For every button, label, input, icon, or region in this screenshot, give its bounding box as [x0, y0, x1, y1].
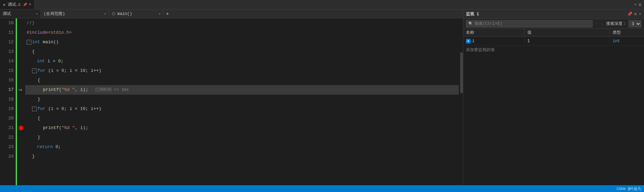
watch-var-value-i: 1 [527, 39, 530, 44]
settings-icon[interactable]: ⚙ [639, 2, 641, 7]
code-line-10: //} [25, 18, 459, 28]
search-icon: 🔍 [468, 21, 473, 26]
author-label: CSDN @叶超凡 [616, 187, 641, 191]
scope-chevron-icon: ▾ [104, 12, 106, 16]
nav-up-icon[interactable]: ↑ [595, 21, 598, 26]
line-num-15: 15 [0, 66, 14, 76]
code-text-16: { [38, 76, 40, 85]
watch-var-icon: ◆ [466, 39, 471, 44]
status-bar: CSDN @叶超凡 [0, 185, 644, 192]
code-text-24: } [32, 152, 35, 161]
function-label: main() [117, 12, 132, 16]
watch-row-i: ◆ i 1 int [463, 37, 644, 46]
col-value: 值 [525, 29, 610, 36]
tab-bar-actions: ▾ ⚙ [634, 2, 644, 7]
code-line-13: { [25, 47, 459, 57]
watch-panel-header: 监视 1 📌 ⊞ × [463, 10, 644, 19]
time-info-17: 已用时间 <= 1ms [90, 85, 129, 95]
tab-bar: ▶ 调试.c 📌 × ▾ ⚙ [0, 0, 644, 10]
depth-select[interactable]: 3 1 2 5 [629, 20, 641, 27]
code-line-12: −int main() [25, 37, 459, 47]
col-type: 类型 [610, 29, 644, 36]
function-icon: ⬡ [112, 12, 115, 16]
scope-label: (全局范围) [44, 11, 65, 17]
code-text-11: #include [27, 28, 48, 37]
debug-chevron-icon: ▾ [36, 12, 38, 16]
line-gutter: 10 11 12 13 14 15 16 17 18 19 20 21 22 2… [0, 18, 16, 185]
tab-label: 调试.c [8, 2, 21, 7]
editor-toolbar: 调试 ▾ (全局范围) ▾ ⬡ main() ▾ + [0, 10, 463, 18]
code-line-14: int i = 0; [25, 57, 459, 66]
code-line-24: } [25, 152, 459, 161]
line-num-18: 18 [0, 95, 14, 104]
watch-table: 名称 值 类型 ◆ i 1 int 添加要监视的项 [463, 29, 644, 185]
close-watch-icon[interactable]: × [639, 12, 641, 17]
search-box[interactable]: 🔍 搜索(Ctrl+E) [466, 20, 592, 27]
line-num-11: 11 [0, 28, 14, 37]
line-num-12: 12 [0, 37, 14, 47]
debug-label: 调试 [3, 11, 11, 17]
add-watch-row[interactable]: 添加要监视的项 [463, 46, 644, 54]
code-line-17: printf("%d ", i); 已用时间 <= 1ms [25, 85, 459, 95]
file-tab[interactable]: ▶ 调试.c 📌 × [0, 0, 35, 9]
line-num-23: 23 [0, 142, 14, 152]
green-bar [16, 18, 17, 185]
line-num-24: 24 [0, 152, 14, 161]
watch-cell-type-i: int [610, 37, 644, 45]
collapse-15-icon[interactable]: − [32, 68, 37, 73]
code-text-20: { [38, 114, 40, 123]
main-area: 调试 ▾ (全局范围) ▾ ⬡ main() ▾ + 10 11 12 [0, 10, 644, 185]
code-text-11b: <stdio.h> [48, 28, 72, 37]
dropdown-arrow-icon[interactable]: ▾ [634, 2, 636, 7]
tab-close-icon[interactable]: × [29, 3, 31, 6]
scrollbar-thumb[interactable] [460, 52, 463, 93]
function-segment[interactable]: ⬡ main() ▾ [109, 10, 164, 18]
code-lines: //} #include<stdio.h> −int main() { int … [25, 18, 459, 185]
status-right: CSDN @叶超凡 [616, 186, 641, 191]
code-line-18: } [25, 95, 459, 104]
code-line-11: #include<stdio.h> [25, 28, 459, 37]
watch-var-type-i: int [613, 39, 620, 44]
scrollbar-track[interactable] [459, 18, 463, 185]
line-num-21: 21 [0, 123, 14, 133]
function-chevron-icon: ▾ [159, 12, 161, 16]
scope-segment[interactable]: (全局范围) ▾ [41, 10, 109, 18]
add-watch-label: 添加要监视的项 [466, 47, 495, 53]
line-num-10: 10 [0, 18, 14, 28]
line-num-14: 14 [0, 57, 14, 66]
watch-cell-value-i: 1 [525, 37, 610, 45]
watch-panel: 监视 1 📌 ⊞ × 🔍 搜索(Ctrl+E) ↑ ↓ 搜索深度： 3 1 2 … [463, 10, 644, 185]
debug-segment[interactable]: 调试 ▾ [0, 10, 41, 18]
debug-arrow-icon: ⇒ [18, 85, 22, 95]
code-text-18: } [38, 95, 40, 104]
code-line-15: −for (i = 0; i < 10; i++) [25, 66, 459, 76]
code-line-21: printf("%d ", i); [25, 123, 459, 133]
code-text-22: } [38, 133, 40, 142]
code-text-13: { [32, 47, 35, 57]
editor-panel: 调试 ▾ (全局范围) ▾ ⬡ main() ▾ + 10 11 12 [0, 10, 463, 185]
fold-area: ⇒ [18, 18, 25, 185]
search-placeholder: 搜索(Ctrl+E) [474, 21, 502, 27]
code-line-23: return 0; [25, 142, 459, 152]
code-line-22: } [25, 133, 459, 142]
code-text-10: //} [27, 18, 34, 28]
depth-label: 搜索深度： [606, 21, 627, 27]
tab-icon: ▶ [3, 2, 6, 7]
pin-icon[interactable]: 📌 [627, 12, 632, 17]
watch-header-actions: 📌 ⊞ × [627, 12, 641, 17]
collapse-12-icon[interactable]: − [27, 40, 31, 45]
watch-cell-name-i: ◆ i [463, 37, 525, 45]
line-num-22: 22 [0, 133, 14, 142]
float-icon[interactable]: ⊞ [634, 12, 637, 17]
line-num-17: 17 [0, 85, 14, 95]
watch-var-name-i: i [472, 39, 474, 44]
nav-down-icon[interactable]: ↓ [600, 21, 604, 26]
watch-toolbar: 🔍 搜索(Ctrl+E) ↑ ↓ 搜索深度： 3 1 2 5 [463, 19, 644, 29]
watch-table-header: 名称 值 类型 [463, 29, 644, 37]
line-num-13: 13 [0, 47, 14, 57]
breakpoint-icon[interactable] [19, 126, 24, 130]
tab-pin-icon[interactable]: 📌 [23, 3, 27, 7]
add-view-button[interactable]: + [164, 10, 171, 18]
code-line-19: −for (i = 0; i < 10; i++) [25, 104, 459, 114]
collapse-19-icon[interactable]: − [32, 107, 37, 111]
